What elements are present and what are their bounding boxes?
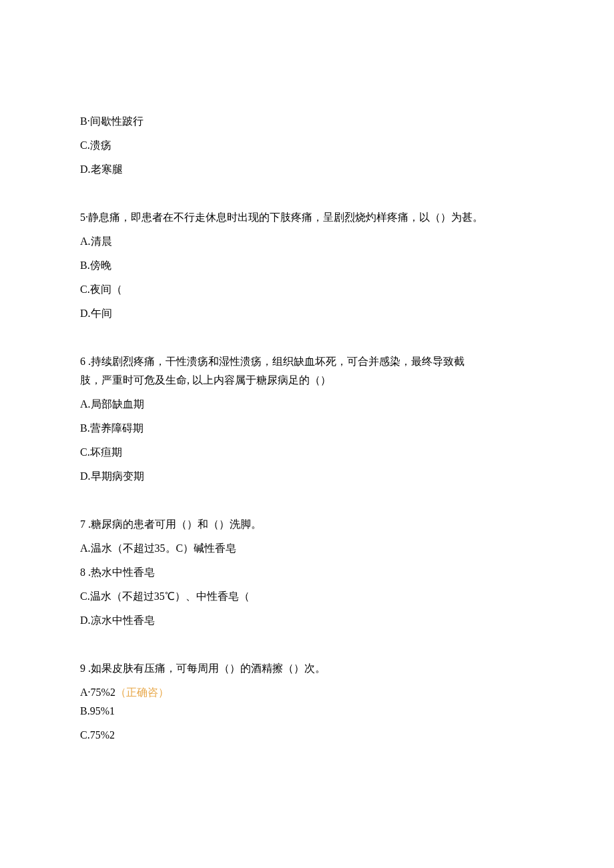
q7-text: 7 .糖尿病的患者可用（）和（）洗脚。: [80, 516, 534, 532]
question-9: 9 .如果皮肤有压痛，可每周用（）的酒精擦（）次。 A·75%2（正确咨） B.…: [80, 661, 534, 743]
q6-option-c: C.坏疸期: [80, 444, 534, 460]
q5-option-c: C.夜间（: [80, 282, 534, 298]
q9-option-a-prefix: A·75%2: [80, 687, 115, 698]
q5-option-a: A.清晨: [80, 234, 534, 250]
q9-option-a: A·75%2（正确咨）: [80, 685, 534, 701]
q6-text-line1: 6 .持续剧烈疼痛，干性溃疡和湿性溃疡，组织缺血坏死，可合并感染，最终导致截: [80, 354, 534, 370]
q7-option-d: D.凉水中性香皂: [80, 612, 534, 628]
q6-option-d: D.早期病变期: [80, 468, 534, 484]
q5-option-b: B.傍晚: [80, 258, 534, 274]
q4-option-d: D.老寒腿: [80, 161, 534, 177]
q5-text: 5·静息痛，即患者在不行走休息时出现的下肢疼痛，呈剧烈烧灼样疼痛，以（）为甚。: [80, 209, 534, 226]
q6-option-a: A.局部缺血期: [80, 396, 534, 412]
question-7: 7 .糖尿病的患者可用（）和（）洗脚。 A.温水（不超过35。C）碱性香皂 8 …: [80, 516, 534, 628]
q4-option-c: C.溃疡: [80, 137, 534, 153]
q9-option-c: C.75%2: [80, 727, 534, 743]
q6-text-line2: 肢，严重时可危及生命, 以上内容属于糖尿病足的（）: [80, 372, 534, 388]
q7-option-a: A.温水（不超过35。C）碱性香皂: [80, 540, 534, 556]
question-4-partial: B·间歇性跛行 C.溃疡 D.老寒腿: [80, 113, 534, 177]
q9-text: 9 .如果皮肤有压痛，可每周用（）的酒精擦（）次。: [80, 661, 534, 677]
q4-option-b: B·间歇性跛行: [80, 113, 534, 129]
q6-option-b: B.营养障碍期: [80, 420, 534, 436]
q9-option-a-annotation: （正确咨）: [115, 687, 169, 698]
q5-option-d: D.午间: [80, 306, 534, 322]
q7-option-b: 8 .热水中性香皂: [80, 564, 534, 580]
q9-option-b: B.95%1: [80, 703, 534, 719]
question-6: 6 .持续剧烈疼痛，干性溃疡和湿性溃疡，组织缺血坏死，可合并感染，最终导致截 肢…: [80, 354, 534, 484]
q7-option-c: C.温水（不超过35℃）、中性香皂（: [80, 588, 534, 604]
question-5: 5·静息痛，即患者在不行走休息时出现的下肢疼痛，呈剧烈烧灼样疼痛，以（）为甚。 …: [80, 209, 534, 322]
